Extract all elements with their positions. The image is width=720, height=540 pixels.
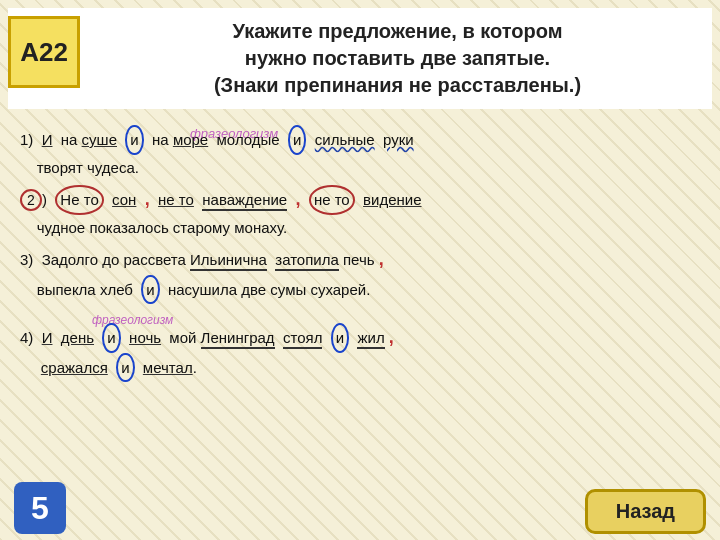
nazad-label: Назад	[616, 500, 675, 522]
s3-comma1: ,	[379, 249, 384, 269]
s3-zatopila: затопила	[275, 251, 339, 271]
s4-comma1: ,	[389, 327, 394, 347]
sent-num-4: 4)	[20, 329, 38, 346]
s1-more: море	[173, 131, 208, 148]
sent-num-2-circle: 2	[20, 189, 42, 211]
s2-comma1: ,	[145, 189, 150, 209]
sentence-4: 4) И день и ночь мой Ленинград стоял и ж…	[20, 322, 700, 382]
main-area: 1) И на суше и на море молодые и сильные…	[8, 109, 712, 392]
s2-videnie: видение	[363, 191, 421, 208]
s1-i2-circle: и	[125, 125, 143, 155]
s1-sushe: суше	[82, 131, 117, 148]
s4-stoyal: стоял	[283, 329, 322, 349]
sentence-2: 2) Не то сон , не то наваждение , не то …	[20, 184, 700, 240]
s4-noch: ночь	[129, 329, 161, 346]
s4-i3-circle: и	[331, 323, 349, 353]
sent-num-3: 3)	[20, 251, 38, 268]
s4-srazhal: сражался	[41, 359, 108, 376]
s2-comma2: ,	[296, 189, 301, 209]
title-line3: (Знаки препинания не	[214, 74, 432, 96]
s4-i2-circle: и	[102, 323, 120, 353]
s2-ne-to-3-circle: не то	[309, 185, 355, 215]
s1-i3-circle: и	[288, 125, 306, 155]
s2-son: сон	[112, 191, 136, 208]
s4-mechtal: мечтал	[143, 359, 193, 376]
s4-leningrad: Ленинград	[201, 329, 275, 349]
title-line4: расставлены.)	[438, 74, 581, 96]
num5-label: 5	[31, 490, 49, 527]
title-line1: Укажите предложение, в котором	[233, 20, 563, 42]
s1-silnye: сильные	[315, 131, 375, 148]
s4-den: день	[61, 329, 94, 346]
title-line2: нужно поставить две запятые.	[245, 47, 550, 69]
sentence-1: 1) И на суше и на море молодые и сильные…	[20, 125, 700, 180]
s1-i: И	[42, 131, 53, 148]
s2-navazhdenie: наваждение	[202, 191, 287, 211]
num5-badge: 5	[14, 482, 66, 534]
s3-i-circle: и	[141, 275, 159, 305]
s4-i1: И	[42, 329, 53, 346]
page-content: А22 Укажите предложение, в котором нужно…	[0, 8, 720, 540]
sent-num-1: 1)	[20, 131, 38, 148]
sentence-3: 3) Задолго до рассвета Ильинична затопил…	[20, 244, 700, 304]
s2-ne-to-1-circle: Не то	[55, 185, 103, 215]
header-box: Укажите предложение, в котором нужно пос…	[8, 8, 712, 109]
nazad-button[interactable]: Назад	[585, 489, 706, 534]
s4-zhil: жил	[357, 329, 384, 349]
s4-i4-circle: и	[116, 353, 134, 383]
s2-ne2: не то	[158, 191, 194, 208]
a22-badge: А22	[8, 16, 80, 88]
s1-ruki: руки	[383, 131, 414, 148]
badge-label: А22	[20, 37, 68, 68]
s3-ilyinichna: Ильинична	[190, 251, 267, 271]
